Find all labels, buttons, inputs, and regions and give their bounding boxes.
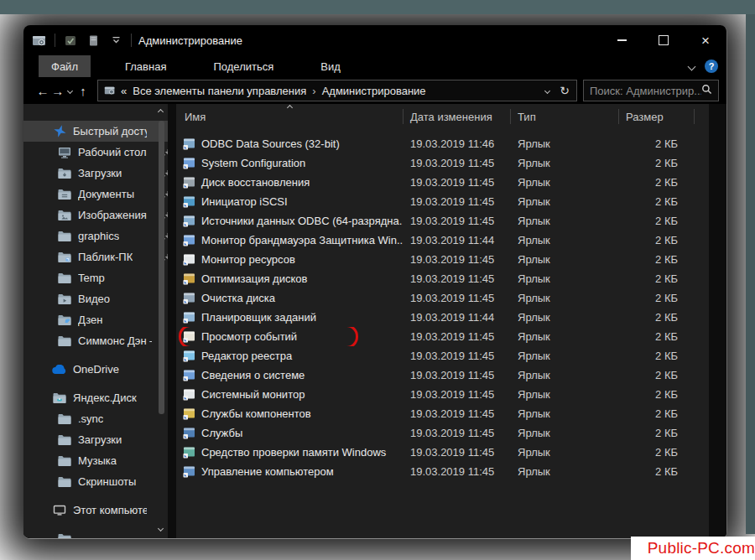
ribbon-tab-2[interactable]: Поделиться bbox=[200, 55, 286, 77]
sidebar-item-14[interactable]: Загрузки bbox=[23, 429, 168, 450]
breadcrumb-prefix[interactable]: « bbox=[121, 85, 127, 97]
file-name-cell[interactable]: Монитор брандмауэра Защитника Win... bbox=[176, 231, 403, 250]
file-name-cell[interactable]: Системный монитор bbox=[176, 385, 403, 404]
breadcrumb-item[interactable]: Администрирование bbox=[322, 85, 426, 97]
refresh-icon[interactable]: ↻ bbox=[560, 84, 570, 97]
ribbon-tab-1[interactable]: Главная bbox=[112, 55, 179, 77]
file-name-cell[interactable]: Очистка диска bbox=[176, 288, 403, 308]
sidebar-item-2[interactable]: Загрузки bbox=[23, 163, 168, 184]
sidebar-item-12[interactable]: Яндекс.Диск bbox=[23, 387, 168, 408]
sidebar-item-0[interactable]: Быстрый доступ bbox=[23, 121, 168, 142]
ribbon-tab-3[interactable]: Вид bbox=[308, 55, 353, 77]
sort-ascending-icon bbox=[287, 105, 293, 111]
column-header-spacer bbox=[694, 104, 709, 129]
file-date-cell: 19.03.2019 11:46 bbox=[403, 137, 510, 150]
column-header-name[interactable]: Имя bbox=[176, 104, 403, 129]
shortcut-icon bbox=[183, 330, 195, 343]
file-row-13[interactable]: Системный монитор 19.03.2019 11:45 Ярлык… bbox=[176, 385, 709, 404]
file-name-cell[interactable]: Планировщик заданий bbox=[176, 308, 403, 327]
sidebar-item-10[interactable]: Симмонс Дэн – bbox=[23, 330, 168, 351]
file-row-15[interactable]: Службы 19.03.2019 11:45 Ярлык 2 КБ bbox=[176, 423, 709, 443]
file-name-cell[interactable]: Службы bbox=[176, 423, 403, 443]
file-row-2[interactable]: Диск восстановления 19.03.2019 11:45 Ярл… bbox=[176, 173, 709, 192]
file-row-14[interactable]: Службы компонентов 19.03.2019 11:45 Ярлы… bbox=[176, 404, 709, 423]
file-row-11[interactable]: Редактор реестра 19.03.2019 11:45 Ярлык … bbox=[176, 346, 709, 366]
qat-properties-icon[interactable] bbox=[63, 33, 78, 48]
file-row-17[interactable]: Управление компьютером 19.03.2019 11:45 … bbox=[176, 462, 709, 481]
sidebar-item-6[interactable]: Паблик-ПК bbox=[23, 246, 168, 267]
address-dropdown-chevron-icon[interactable] bbox=[544, 87, 550, 93]
file-name-cell[interactable]: Диск восстановления bbox=[176, 173, 403, 192]
file-size-cell: 2 КБ bbox=[618, 330, 694, 343]
sidebar-item-18[interactable] bbox=[23, 528, 168, 538]
recent-locations-chevron-icon[interactable] bbox=[65, 89, 76, 93]
file-name-cell[interactable]: Просмотр событий bbox=[176, 327, 403, 346]
file-name-cell[interactable]: Монитор ресурсов bbox=[176, 250, 403, 269]
file-date-cell: 19.03.2019 11:45 bbox=[403, 253, 510, 266]
file-row-8[interactable]: Очистка диска 19.03.2019 11:45 Ярлык 2 К… bbox=[176, 288, 709, 308]
sidebar-item-5[interactable]: graphics bbox=[23, 226, 168, 246]
forward-icon[interactable]: → bbox=[50, 84, 65, 98]
file-row-12[interactable]: Сведения о системе 19.03.2019 11:45 Ярлы… bbox=[176, 366, 709, 385]
help-icon[interactable]: ? bbox=[705, 60, 718, 73]
sidebar-item-16[interactable]: Скриншоты bbox=[23, 471, 168, 492]
file-type-cell: Ярлык bbox=[510, 388, 618, 401]
column-header-date[interactable]: Дата изменения bbox=[403, 104, 510, 129]
sidebar-item-15[interactable]: Музыка bbox=[23, 450, 168, 471]
scroll-down-icon[interactable] bbox=[158, 526, 164, 531]
file-name-cell[interactable]: Редактор реестра bbox=[176, 346, 403, 366]
scroll-up-icon[interactable] bbox=[158, 109, 164, 115]
page-background-right-strip bbox=[746, 14, 755, 534]
file-row-7[interactable]: Оптимизация дисков 19.03.2019 11:45 Ярлы… bbox=[176, 269, 709, 288]
qat-new-folder-icon[interactable] bbox=[86, 33, 101, 48]
sidebar-item-17[interactable]: Этот компьютер bbox=[23, 500, 168, 521]
sidebar-item-13[interactable]: .sync bbox=[23, 408, 168, 429]
titlebar[interactable]: Администрирование × bbox=[23, 25, 726, 55]
file-name-cell[interactable]: Сведения о системе bbox=[176, 366, 403, 385]
file-row-5[interactable]: Монитор брандмауэра Защитника Win... 19.… bbox=[176, 231, 709, 250]
file-row-4[interactable]: Источники данных ODBC (64-разрядна... 19… bbox=[176, 211, 709, 231]
sidebar-scrollbar[interactable] bbox=[156, 104, 166, 538]
sidebar-item-3[interactable]: Документы bbox=[23, 184, 168, 205]
file-name-cell[interactable]: System Configuration bbox=[176, 153, 403, 173]
file-row-9[interactable]: Планировщик заданий 19.03.2019 11:44 Ярл… bbox=[176, 308, 709, 327]
file-row-3[interactable]: Инициатор iSCSI 19.03.2019 11:45 Ярлык 2… bbox=[176, 192, 709, 211]
search-icon[interactable] bbox=[701, 84, 712, 97]
file-name-cell[interactable]: Инициатор iSCSI bbox=[176, 192, 403, 211]
sidebar-item-7[interactable]: Temp bbox=[23, 267, 168, 288]
sidebar-item-8[interactable]: Видео bbox=[23, 288, 168, 309]
file-size-cell: 2 КБ bbox=[618, 427, 694, 439]
sidebar-item-11[interactable]: OneDrive bbox=[23, 359, 168, 380]
ribbon-tab-file[interactable]: Файл bbox=[39, 55, 91, 77]
back-icon[interactable]: ← bbox=[35, 84, 50, 98]
close-button[interactable]: × bbox=[685, 25, 726, 55]
file-row-0[interactable]: ODBC Data Sources (32-bit) 19.03.2019 11… bbox=[176, 134, 709, 153]
column-header-type[interactable]: Тип bbox=[510, 104, 618, 129]
minimize-button[interactable] bbox=[601, 25, 643, 55]
file-name-cell[interactable]: Источники данных ODBC (64-разрядна... bbox=[176, 211, 403, 231]
ribbon-collapse-chevron-icon[interactable] bbox=[688, 62, 696, 70]
file-name-cell[interactable]: Средство проверки памяти Windows bbox=[176, 443, 403, 462]
search-box[interactable]: Поиск: Администрир... bbox=[583, 80, 719, 101]
file-date-cell: 19.03.2019 11:45 bbox=[403, 292, 510, 304]
breadcrumb-item[interactable]: Все элементы панели управления bbox=[133, 85, 306, 97]
scrollbar-thumb[interactable] bbox=[159, 121, 164, 414]
file-row-10[interactable]: Просмотр событий 19.03.2019 11:45 Ярлык … bbox=[176, 327, 709, 346]
file-name-cell[interactable]: Службы компонентов bbox=[176, 404, 403, 423]
address-bar[interactable]: « Все элементы панели управления › Админ… bbox=[97, 80, 577, 101]
file-row-16[interactable]: Средство проверки памяти Windows 19.03.2… bbox=[176, 443, 709, 462]
file-row-6[interactable]: Монитор ресурсов 19.03.2019 11:45 Ярлык … bbox=[176, 250, 709, 269]
file-row-1[interactable]: System Configuration 19.03.2019 11:45 Яр… bbox=[176, 153, 709, 173]
folder-icon bbox=[57, 413, 72, 425]
file-name-cell[interactable]: ODBC Data Sources (32-bit) bbox=[176, 134, 403, 153]
sidebar-item-1[interactable]: Рабочий стол bbox=[23, 142, 168, 163]
file-name-cell[interactable]: Оптимизация дисков bbox=[176, 269, 403, 288]
file-name-cell[interactable]: Управление компьютером bbox=[176, 462, 403, 481]
sidebar-item-4[interactable]: Изображения bbox=[23, 205, 168, 226]
maximize-button[interactable] bbox=[643, 25, 685, 55]
qat-customize-chevron-icon[interactable] bbox=[108, 33, 123, 48]
column-header-size[interactable]: Размер bbox=[618, 104, 694, 129]
sidebar-item-9[interactable]: Дзен bbox=[23, 309, 168, 330]
up-icon[interactable]: ↑ bbox=[76, 84, 91, 98]
breadcrumb: « Все элементы панели управления › Админ… bbox=[121, 85, 540, 97]
